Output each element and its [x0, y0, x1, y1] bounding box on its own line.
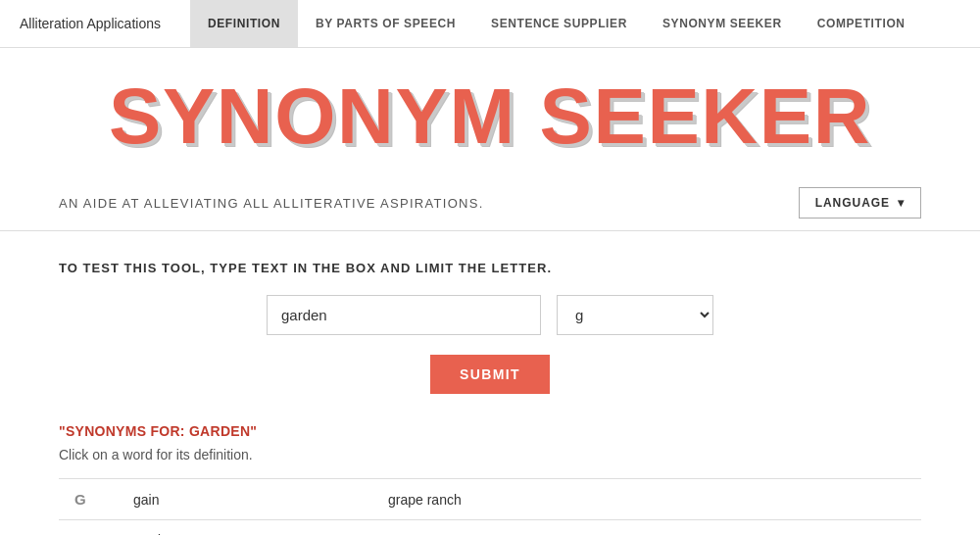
- hero-title: SYNONYM SEEKER: [20, 77, 960, 156]
- word-cell-gain[interactable]: gain: [118, 479, 372, 520]
- input-row: g a b c d e f h i j: [59, 295, 921, 335]
- hero-section: SYNONYM SEEKER: [0, 48, 980, 166]
- language-label: LANGUAGE: [815, 196, 890, 210]
- word-input[interactable]: [267, 295, 541, 335]
- word-cell-grapery[interactable]: grapery: [372, 520, 921, 536]
- language-button[interactable]: LANGUAGE ▾: [799, 187, 921, 219]
- hero-subtitle: AN AIDE AT ALLEVIATING ALL ALLITERATIVE …: [59, 196, 484, 211]
- word-cell-grape-ranch[interactable]: grape ranch: [372, 479, 921, 520]
- nav-tabs: Definition By Parts of Speech Sentence S…: [190, 0, 923, 47]
- tab-synonym-seeker[interactable]: Synonym Seeker: [645, 0, 800, 47]
- synonyms-table: G gain grape ranch garden grapery: [59, 478, 921, 535]
- main-content: TO TEST THIS TOOL, TYPE TEXT IN THE BOX …: [0, 231, 980, 535]
- table-row: G gain grape ranch: [59, 479, 921, 520]
- tab-definition[interactable]: Definition: [190, 0, 298, 47]
- results-title: "SYNONYMS FOR: GARDEN": [59, 423, 921, 439]
- navbar: Alliteration Applications Definition By …: [0, 0, 980, 48]
- letter-cell: G: [59, 479, 118, 520]
- results-hint: Click on a word for its definition.: [59, 447, 921, 462]
- tab-competition[interactable]: Competition: [800, 0, 923, 47]
- chevron-down-icon: ▾: [898, 196, 905, 210]
- submit-row: SUBMIT: [59, 355, 921, 394]
- tab-sentence-supplier[interactable]: Sentence Supplier: [473, 0, 645, 47]
- letter-cell-empty: [59, 520, 118, 536]
- hero-bottom: AN AIDE AT ALLEVIATING ALL ALLITERATIVE …: [0, 175, 980, 231]
- submit-button[interactable]: SUBMIT: [430, 355, 550, 394]
- tab-by-parts-of-speech[interactable]: By Parts of Speech: [298, 0, 473, 47]
- tool-instruction: TO TEST THIS TOOL, TYPE TEXT IN THE BOX …: [59, 261, 921, 275]
- table-row: garden grapery: [59, 520, 921, 536]
- letter-select[interactable]: g a b c d e f h i j: [557, 295, 713, 335]
- results-section: "SYNONYMS FOR: GARDEN" Click on a word f…: [59, 423, 921, 535]
- brand-name: Alliteration Applications: [20, 16, 161, 31]
- word-cell-garden[interactable]: garden: [118, 520, 372, 536]
